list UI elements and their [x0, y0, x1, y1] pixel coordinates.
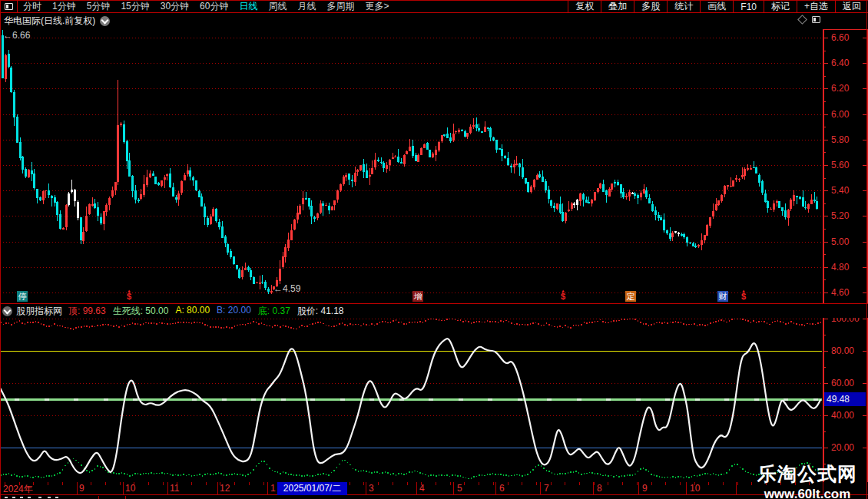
time-axis-label: 6: [499, 483, 505, 494]
price-axis-label: 6.40: [831, 58, 850, 68]
menu-item-period[interactable]: 60分钟: [200, 0, 228, 13]
menu-item-tool[interactable]: F10: [733, 0, 764, 13]
oscillator-axis-label: 100.00: [831, 318, 860, 324]
dividend-marker[interactable]: ▲$: [125, 289, 133, 300]
oscillator-axis-label: 40.00: [831, 410, 854, 421]
dividend-marker[interactable]: ▲$: [559, 289, 567, 300]
menu-item-period[interactable]: 5分钟: [87, 0, 111, 13]
menu-item-period[interactable]: 更多>: [365, 0, 389, 13]
time-axis-label: 1: [270, 483, 276, 494]
selected-date-box: 2025/01/07/二: [277, 482, 347, 495]
menu-item-period[interactable]: 周线: [268, 0, 287, 13]
indicator-field: B: 20.00: [217, 305, 251, 318]
event-badge-财[interactable]: 财: [717, 291, 728, 302]
left-border: [0, 0, 1, 499]
price-axis-label: 6.20: [831, 83, 850, 94]
main-candlestick-chart[interactable]: 6.606.406.206.005.805.605.405.205.004.80…: [0, 29, 868, 303]
menu-item-period[interactable]: 15分钟: [121, 0, 149, 13]
price-axis-label: 5.00: [831, 236, 850, 247]
time-axis-label: 3: [369, 483, 374, 494]
price-axis-label: 5.40: [831, 185, 850, 196]
indicator-values: 顶: 99.63生死线: 50.00A: 80.00B: 20.00底: 0.3…: [68, 305, 351, 318]
event-badge-增[interactable]: 增: [412, 291, 423, 302]
event-badge-定[interactable]: 定: [625, 291, 636, 302]
price-axis-label: 6.00: [831, 109, 850, 120]
dividend-icon[interactable]: $: [125, 293, 133, 300]
right-border: [866, 0, 867, 499]
menu-item-tool[interactable]: 画线: [700, 0, 733, 13]
menu-item-tool[interactable]: 标记: [764, 0, 797, 13]
event-badge-停[interactable]: 停: [17, 291, 28, 302]
price-axis-label: 6.60: [831, 32, 850, 43]
watermark-site-name: 乐淘公式网: [757, 461, 857, 487]
menu-item-period[interactable]: 30分钟: [161, 0, 189, 13]
time-axis-label: 5: [457, 483, 462, 494]
time-axis-label: 4: [419, 483, 425, 494]
indicator-field: 生死线: 50.00: [113, 305, 169, 318]
time-axis-label: 9: [642, 483, 648, 494]
menu-item-period[interactable]: 日线: [239, 0, 257, 13]
diamond-icon[interactable]: [797, 15, 807, 25]
indicator-field: 顶: 99.63: [68, 305, 106, 318]
indicator-field: 股价: 41.18: [297, 305, 344, 318]
time-axis[interactable]: 2024年910111213456789102025/01/07/二: [0, 482, 868, 495]
menu-item-tool[interactable]: 复权: [568, 0, 601, 13]
menu-item-tool[interactable]: 返回: [835, 0, 868, 13]
oscillator-axis-label: 60.00: [831, 378, 854, 388]
indicator-name[interactable]: 股朋指标网: [16, 305, 62, 318]
price-axis-label: 4.80: [831, 262, 850, 273]
menu-item-tool[interactable]: 多股: [634, 0, 667, 13]
split-window-icon: [5, 3, 13, 10]
time-axis-label: 10: [125, 483, 135, 494]
indicator-field: A: 80.00: [175, 305, 210, 318]
indicator-field: 底: 0.37: [258, 305, 290, 318]
watermark-url: www.60lt.com: [757, 487, 857, 499]
oscillator-axis-label: 80.00: [831, 345, 854, 356]
time-axis-label: 11: [170, 483, 179, 494]
menu-item-period[interactable]: 多周期: [326, 0, 354, 13]
price-axis-label: 4.60: [831, 287, 850, 298]
split-window-icon[interactable]: [812, 16, 820, 23]
chart-title-bar: 华电国际(日线.前复权): [0, 14, 868, 28]
chevron-down-icon[interactable]: [100, 16, 110, 26]
dividend-marker[interactable]: ▲$: [740, 289, 747, 300]
menu-item-period[interactable]: 月线: [297, 0, 316, 13]
time-axis-label: 12: [220, 483, 230, 494]
menu-item-tool[interactable]: 统计: [667, 0, 700, 13]
oscillator-panel[interactable]: 100.0080.0060.0040.0020.0049.48: [0, 318, 868, 482]
menu-item-tool[interactable]: +自选: [797, 0, 835, 13]
dividend-icon[interactable]: $: [559, 293, 567, 300]
menu-item-tool[interactable]: 叠加: [601, 0, 634, 13]
oscillator-last-value: 49.48: [827, 394, 850, 405]
top-menu-bar: 分时1分钟5分钟15分钟30分钟60分钟日线周线月线多周期更多> 复权叠加多股统…: [0, 0, 868, 13]
stock-title: 华电国际(日线.前复权): [0, 15, 95, 28]
dividend-icon[interactable]: $: [740, 293, 747, 300]
time-axis-label: 9: [79, 483, 84, 494]
menu-item-period[interactable]: 1分钟: [52, 0, 76, 13]
price-axis-label: 5.60: [831, 160, 850, 170]
collapse-icon[interactable]: [2, 306, 12, 316]
period-menu: 分时1分钟5分钟15分钟30分钟60分钟日线周线月线多周期更多>: [18, 0, 389, 13]
watermark: 乐淘公式网 www.60lt.com: [757, 461, 857, 499]
layout-toggle-button[interactable]: [0, 0, 18, 13]
price-axis-label: 5.80: [831, 134, 850, 145]
time-axis-label: 8: [597, 483, 602, 494]
time-axis-label: 2024年: [3, 483, 33, 496]
oscillator-axis-label: 20.00: [831, 442, 854, 453]
time-axis-label: 7: [544, 483, 549, 494]
tool-menu: 复权叠加多股统计画线F10标记+自选返回: [568, 0, 868, 13]
indicator-header: 股朋指标网 顶: 99.63生死线: 50.00A: 80.00B: 20.00…: [0, 305, 822, 317]
menu-item-period[interactable]: 分时: [23, 0, 41, 13]
high-price-annotation: ←6.66: [3, 30, 30, 41]
price-axis-label: 5.20: [831, 210, 850, 221]
trading-terminal: 分时1分钟5分钟15分钟30分钟60分钟日线周线月线多周期更多> 复权叠加多股统…: [0, 0, 868, 499]
time-axis-label: 10: [690, 483, 700, 494]
low-price-annotation: ←4.59: [273, 283, 300, 294]
partial-next-row: [0, 496, 868, 499]
